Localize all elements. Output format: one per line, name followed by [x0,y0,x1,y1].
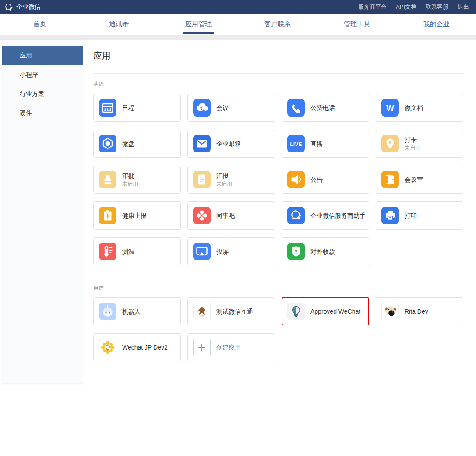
app-meta: 企业微信服务商助手 [310,212,366,219]
svg-text:W: W [386,103,394,113]
app-name: Approved WeChat [310,308,360,315]
app-card[interactable]: 打卡未启用 [376,130,463,158]
brand[interactable]: 企业微信 [4,3,41,12]
wedrive-icon [99,135,116,152]
tab-app-management[interactable]: 应用管理 [159,14,238,35]
app-card[interactable]: 会议室 [376,166,463,194]
app-meta: 打卡未启用 [405,136,420,152]
app-card[interactable]: W微文档 [376,94,463,122]
app-card[interactable]: 测温 [93,237,181,265]
app-name: 健康上报 [122,212,147,219]
topbar-link-support[interactable]: 联系客服 [426,3,448,11]
app-card[interactable]: ¥对外收款 [282,237,369,265]
app-card[interactable]: 投屏 [187,237,275,265]
app-name: 测温 [122,247,134,255]
app-card[interactable]: 同事吧 [187,201,275,230]
dog-avatar-icon [381,303,399,320]
content-top-gap [0,35,476,40]
app-name: 会议室 [405,176,423,184]
app-meta: 会议室 [405,176,423,184]
app-card[interactable]: 汇报未启用 [187,166,275,194]
topbar-link-provider-platform[interactable]: 服务商平台 [358,3,387,11]
app-card[interactable]: LIVE直播 [282,130,369,158]
app-card[interactable]: 健康上报 [93,201,181,230]
sidebar-item-mini-programs[interactable]: 小程序 [2,65,83,84]
thermometer-icon [99,243,116,260]
report-doc-icon [193,171,211,188]
app-card[interactable]: 公告 [282,166,369,194]
app-name: 对外收款 [310,247,335,255]
app-meta: Approved WeChat [310,308,360,315]
meeting-cloud-icon [193,99,211,117]
tab-contacts[interactable]: 通讯录 [79,14,159,35]
app-card[interactable]: Approved WeChat [282,297,369,325]
app-card[interactable]: Wechat JP Dev2 [93,333,181,361]
app-card[interactable]: 测试微信互通 [187,297,275,325]
app-meta: 同事吧 [216,212,235,219]
app-meta: 投屏 [216,247,229,255]
app-name: 公告 [310,176,323,184]
divider [453,4,453,10]
app-status: 未启用 [122,180,138,187]
section-label: 基础 [93,81,464,88]
app-card[interactable]: 打印 [376,201,463,230]
app-card[interactable]: 会议 [187,94,275,122]
app-name: 会议 [216,104,229,112]
app-status: 未启用 [216,180,232,187]
app-card[interactable]: 审批未启用 [93,166,181,194]
petal-pinwheel-icon [193,207,211,224]
app-card[interactable]: 企业微信服务商助手 [282,201,369,230]
shield-yuan-icon: ¥ [287,243,305,260]
tab-admin-tools[interactable]: 管理工具 [317,14,397,35]
app-card[interactable]: 日程 [93,94,181,122]
app-name: 同事吧 [216,212,235,219]
sidebar-item-hardware[interactable]: 硬件 [2,103,83,123]
app-card[interactable]: Rita Dev [376,297,463,325]
app-meta: 日程 [122,104,134,112]
bulb-rays-avatar-icon [99,339,116,356]
app-meta: 公费电话 [310,104,335,112]
tab-home[interactable]: 首页 [0,14,79,35]
app-name: 企业微信服务商助手 [310,212,366,219]
app-meta: 测温 [122,247,134,255]
tab-my-company[interactable]: 我的企业 [397,14,476,35]
app-name: 打卡 [405,136,420,144]
app-name: 公费电话 [310,104,335,112]
main-content: 应用 基础日程会议公费电话W微文档微盘企业邮箱LIVE直播打卡未启用审批未启用汇… [83,40,476,383]
app-card[interactable]: 微盘 [93,130,181,158]
app-meta: 公告 [310,176,323,184]
app-name: 打印 [405,212,417,219]
topbar-link-logout[interactable]: 退出 [458,3,469,11]
app-name: Wechat JP Dev2 [122,343,168,351]
app-meta: 审批未启用 [122,172,138,187]
app-name: 汇报 [216,172,232,180]
app-name: 日程 [122,104,134,112]
brain-bulb-avatar-icon [287,303,305,320]
app-status: 未启用 [405,145,420,152]
section-custom-apps: 自建机器人测试微信互通Approved WeChatRita DevWechat… [93,277,464,373]
calendar-icon [99,99,116,117]
app-name: 测试微信互通 [216,308,253,315]
wecom-logo-icon [4,3,14,12]
app-meta: Rita Dev [405,308,428,315]
app-meta: 汇报未启用 [216,172,232,187]
app-name: 企业邮箱 [216,140,241,148]
sidebar-item-industry-solutions[interactable]: 行业方案 [2,84,83,103]
brand-name: 企业微信 [16,3,41,11]
app-meta: Wechat JP Dev2 [122,343,168,351]
app-card[interactable]: 公费电话 [282,94,369,122]
topbar-link-api-docs[interactable]: API文档 [396,3,416,11]
svg-text:LIVE: LIVE [290,141,302,147]
tab-customer-contact[interactable]: 客户联系 [238,14,317,35]
page-title: 应用 [93,40,464,74]
app-card[interactable]: 机器人 [93,297,181,325]
mail-icon [193,135,211,152]
app-card[interactable]: 企业邮箱 [187,130,275,158]
app-grid: 机器人测试微信互通Approved WeChatRita DevWechat J… [93,297,464,361]
page-body: 应用 小程序 行业方案 硬件 应用 基础日程会议公费电话W微文档微盘企业邮箱LI… [0,40,476,383]
location-pin-icon [381,135,399,152]
app-name: Rita Dev [405,308,428,315]
create-app-card[interactable]: 创建应用 [187,333,275,361]
wedoc-icon: W [381,99,399,117]
sidebar-item-apps[interactable]: 应用 [2,46,83,65]
